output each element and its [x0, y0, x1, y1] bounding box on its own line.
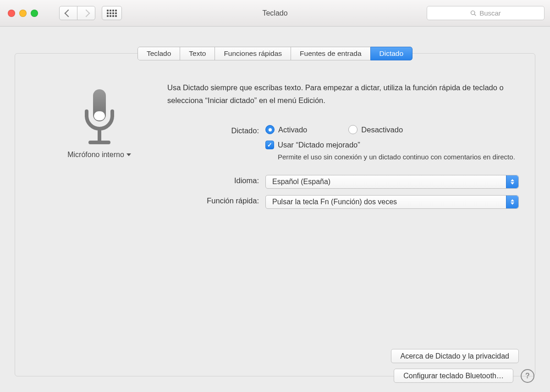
radio-on-indicator	[265, 125, 275, 134]
bluetooth-button[interactable]: Configurar teclado Bluetooth…	[394, 369, 513, 383]
tab-text[interactable]: Texto	[180, 47, 215, 60]
window-footer: Configurar teclado Bluetooth… ?	[394, 369, 534, 383]
search-icon	[470, 10, 477, 16]
microphone-selector[interactable]: Micrófono interno	[67, 151, 131, 159]
radio-off[interactable]: Desactivado	[348, 125, 403, 134]
close-window[interactable]	[8, 10, 15, 17]
intro-text: Usa Dictado siempre que escribas texto. …	[167, 81, 519, 107]
microphone-label: Micrófono interno	[67, 151, 124, 159]
chevron-down-icon	[126, 153, 131, 156]
tab-dictation[interactable]: Dictado	[370, 47, 413, 60]
content-pane: Teclado Texto Funciones rápidas Fuentes …	[15, 53, 535, 376]
search-placeholder: Buscar	[479, 9, 501, 17]
shortcut-value: Pulsar la tecla Fn (Función) dos veces	[272, 198, 397, 206]
chevron-right-icon	[82, 9, 90, 17]
svg-rect-2	[98, 129, 101, 141]
svg-rect-3	[88, 141, 110, 144]
forward-button[interactable]	[77, 6, 95, 20]
tab-shortcuts[interactable]: Funciones rápidas	[214, 47, 291, 60]
language-value: Español (España)	[272, 178, 330, 186]
enhanced-subtext: Permite el uso sin conexión y un dictado…	[278, 152, 519, 162]
select-arrows-icon	[506, 175, 518, 188]
grid-icon	[107, 10, 117, 17]
traffic-lights	[8, 10, 38, 17]
radio-on[interactable]: Activado	[265, 125, 307, 134]
privacy-button[interactable]: Acerca de Dictado y la privacidad	[391, 349, 519, 363]
tab-bar: Teclado Texto Funciones rápidas Fuentes …	[15, 47, 535, 60]
zoom-window[interactable]	[31, 10, 38, 17]
back-button[interactable]	[59, 6, 77, 20]
titlebar: Teclado Buscar	[0, 0, 550, 27]
show-all-button[interactable]	[102, 6, 122, 20]
dictation-label: Dictado:	[167, 125, 265, 162]
language-select[interactable]: Español (España)	[265, 175, 519, 189]
tab-inputsources[interactable]: Fuentes de entrada	[291, 47, 370, 60]
select-arrows-icon	[506, 196, 518, 208]
enhanced-checkbox[interactable]: ✓ Usar “Dictado mejorado”	[265, 141, 519, 149]
radio-on-label: Activado	[278, 125, 307, 134]
minimize-window[interactable]	[19, 10, 27, 17]
nav-buttons	[59, 6, 95, 20]
help-button[interactable]: ?	[521, 369, 534, 383]
pref-window: Teclado Buscar Teclado Texto Funciones r…	[0, 0, 550, 392]
language-label: Idioma:	[167, 175, 265, 189]
svg-rect-1	[94, 111, 105, 120]
enhanced-label: Usar “Dictado mejorado”	[278, 141, 360, 149]
checkmark-icon: ✓	[265, 141, 274, 149]
microphone-icon	[80, 87, 119, 147]
tab-keyboard[interactable]: Teclado	[138, 47, 180, 60]
shortcut-select[interactable]: Pulsar la tecla Fn (Función) dos veces	[265, 195, 519, 209]
microphone-column: Micrófono interno	[31, 81, 167, 213]
radio-off-label: Desactivado	[361, 125, 403, 134]
radio-off-indicator	[348, 125, 358, 134]
shortcut-label: Función rápida:	[167, 195, 265, 209]
search-input[interactable]: Buscar	[427, 6, 544, 20]
chevron-left-icon	[65, 9, 72, 17]
